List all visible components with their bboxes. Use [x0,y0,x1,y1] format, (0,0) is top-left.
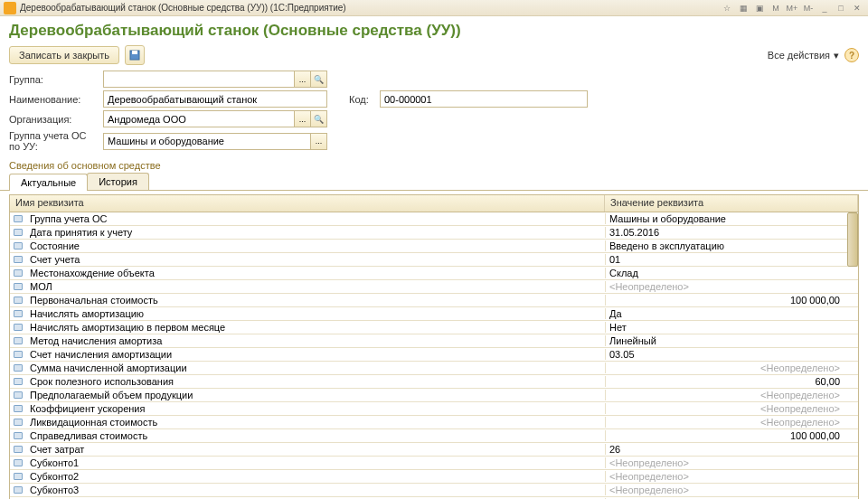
save-close-button[interactable]: Записать и закрыть [9,46,119,64]
table-row[interactable]: Срок полезного использования60,00 [10,375,858,389]
table-header: Имя реквизита Значение реквизита [10,195,858,212]
row-icon [10,446,26,453]
row-name: Коэффициент ускорения [26,403,605,414]
page-header: Деревообрабатывающий станок (Основные ср… [0,16,868,42]
row-icon [10,419,26,426]
col-name-header[interactable]: Имя реквизита [10,195,605,212]
table-row[interactable]: Счет начисления амортизации03.05 [10,348,858,362]
win-btn-2[interactable]: ▦ [736,2,750,14]
row-value: 03.05 [605,349,858,360]
col-val-header[interactable]: Значение реквизита [605,195,858,212]
table-row[interactable]: Счет затрат26 [10,443,858,457]
uu-group-input[interactable] [103,133,327,150]
close-icon[interactable]: ✕ [850,2,864,14]
row-icon [10,324,26,331]
uu-group-dots-button[interactable]: ... [310,134,326,149]
row-icon [10,337,26,344]
table-row[interactable]: Субконто3<Неопределено> [10,484,858,497]
row-icon [10,297,26,304]
attributes-table: Имя реквизита Значение реквизита Группа … [9,194,859,499]
all-actions-label: Все действия [768,50,830,61]
row-value: <Неопределено> [605,362,858,373]
row-value: Нет [605,322,858,333]
name-input[interactable] [103,90,327,108]
row-value: <Неопределено> [605,457,858,468]
minimize-icon[interactable]: _ [817,2,832,14]
row-value: <Неопределено> [605,471,858,482]
row-value: 26 [605,444,858,455]
row-name: Субконто1 [26,457,605,468]
win-btn-mminus[interactable]: M- [801,2,816,14]
win-btn-m[interactable]: M [769,2,783,14]
form-area: Группа: ... 🔍 Наименование: Код: Организ… [0,69,868,156]
group-search-button[interactable]: 🔍 [310,71,326,87]
toolbar: Записать и закрыть Все действия ▾ ? [0,42,868,69]
row-value: Введено в эксплуатацию [605,240,858,251]
row-value: 100 000,00 [605,430,858,441]
org-input-wrap: ... 🔍 [103,110,327,127]
table-row[interactable]: Счет учета01 [10,253,858,267]
table-row[interactable]: МОЛ<Неопределено> [10,280,858,294]
name-input-wrap [103,90,327,108]
row-name: Субконто3 [26,485,605,495]
titlebar: Деревообрабатывающий станок (Основные ср… [0,0,868,16]
table-row[interactable]: Метод начисления амортизаЛинейный [10,334,858,348]
org-dots-button[interactable]: ... [294,111,310,127]
row-name: Начислять амортизацию в первом месяце [26,322,605,333]
table-row[interactable]: Первоначальная стоимость100 000,00 [10,294,858,307]
uu-group-input-wrap: ... [103,133,327,150]
uu-group-label: Группа учета ОС по УУ: [9,130,98,152]
table-row[interactable]: Коэффициент ускорения<Неопределено> [10,402,858,416]
table-row[interactable]: Группа учета ОСМашины и оборудование [10,212,858,226]
org-search-button[interactable]: 🔍 [310,111,326,127]
table-row[interactable]: Дата принятия к учету31.05.2016 [10,226,858,240]
row-name: Первоначальная стоимость [26,295,605,306]
app-icon [4,2,16,14]
row-icon [10,269,26,277]
save-icon [129,50,140,61]
row-value: 01 [605,254,858,265]
win-btn-3[interactable]: ▣ [752,2,767,14]
row-icon [10,486,26,494]
maximize-icon[interactable]: □ [834,2,848,14]
row-value: Да [605,308,858,319]
row-icon [10,283,26,290]
row-icon [10,242,26,250]
row-name: Счет учета [26,254,605,265]
row-name: МОЛ [26,281,605,292]
row-name: Начислять амортизацию [26,308,605,319]
table-row[interactable]: Предполагаемый объем продукции<Неопредел… [10,389,858,402]
table-row[interactable]: Справедливая стоимость100 000,00 [10,429,858,443]
row-value: <Неопределено> [605,403,858,414]
tab-actual[interactable]: Актуальные [9,174,88,191]
row-value: Машины и оборудование [605,213,858,224]
win-btn-mplus[interactable]: M+ [785,2,799,14]
row-name: Счет затрат [26,444,605,455]
table-row[interactable]: Начислять амортизацию в первом месяцеНет [10,321,858,334]
code-input[interactable] [380,90,588,108]
row-value: 100 000,00 [605,295,858,306]
table-row[interactable]: СостояниеВведено в эксплуатацию [10,240,858,253]
help-button[interactable]: ? [844,48,859,62]
group-input-wrap: ... 🔍 [103,71,327,88]
row-name: Метод начисления амортиза [26,335,605,346]
save-button[interactable] [125,45,145,65]
row-name: Счет начисления амортизации [26,349,605,360]
all-actions-menu[interactable]: Все действия ▾ [768,50,839,61]
table-row[interactable]: Начислять амортизациюДа [10,307,858,321]
table-row[interactable]: Ликвидационная стоимость<Неопределено> [10,416,858,429]
row-name: Дата принятия к учету [26,227,605,238]
table-row[interactable]: Субконто2<Неопределено> [10,470,858,484]
table-row[interactable]: Местонахождение объектаСклад [10,267,858,280]
tab-history[interactable]: История [87,173,149,190]
group-dots-button[interactable]: ... [294,71,310,87]
table-row[interactable]: Субконто1<Неопределено> [10,457,858,470]
row-value: <Неопределено> [605,390,858,400]
chevron-down-icon: ▾ [834,50,839,61]
win-btn-1[interactable]: ☆ [720,2,734,14]
row-value: <Неопределено> [605,281,858,292]
window-title: Деревообрабатывающий станок (Основные ср… [20,3,720,13]
table-row[interactable]: Сумма начисленной амортизации<Неопределе… [10,362,858,375]
scrollbar-thumb[interactable] [847,212,858,267]
org-label: Организация: [9,114,98,125]
